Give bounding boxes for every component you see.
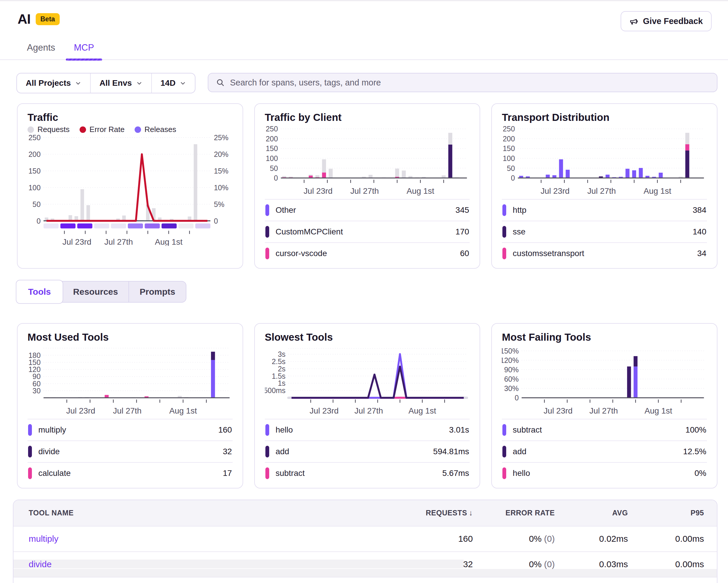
legend-label: CustomMCPClient [276, 227, 343, 236]
card-title: Transport Distribution [502, 111, 707, 123]
most-failing-legend-rows: subtract 100% add 12.5% hello 0% [502, 419, 707, 484]
legend-row[interactable]: hello 3.01s [265, 419, 470, 440]
project-filter-dropdown[interactable]: All Projects [17, 73, 91, 93]
avg-cell: 0.03ms [555, 559, 628, 569]
tab-mcp[interactable]: MCP [74, 43, 94, 59]
requests-cell: 32 [400, 559, 473, 569]
card-title: Slowest Tools [265, 331, 470, 343]
date-range-dropdown[interactable]: 14D [152, 73, 195, 93]
svg-text:15%: 15% [214, 167, 229, 175]
legend-row[interactable]: http 384 [502, 199, 707, 221]
legend-value: 12.5% [683, 447, 706, 456]
svg-text:Aug 1st: Aug 1st [169, 406, 197, 415]
svg-text:100: 100 [266, 154, 278, 162]
svg-text:Jul 27th: Jul 27th [113, 406, 141, 415]
svg-text:3s: 3s [278, 350, 285, 358]
svg-text:Aug 1st: Aug 1st [645, 406, 672, 415]
chevron-down-icon [75, 80, 81, 86]
legend-row[interactable]: customssetransport 34 [502, 242, 707, 264]
give-feedback-button[interactable]: Give Feedback [621, 11, 711, 31]
svg-text:50: 50 [507, 164, 515, 172]
legend-row[interactable]: sse 140 [502, 221, 707, 242]
svg-text:Jul 23rd: Jul 23rd [66, 406, 95, 415]
svg-text:Jul 27th: Jul 27th [590, 406, 618, 415]
col-avg[interactable]: AVG [555, 509, 628, 517]
svg-text:1s: 1s [278, 379, 285, 387]
svg-text:Jul 27th: Jul 27th [350, 186, 379, 196]
releases-dot [135, 126, 141, 133]
chevron-down-icon [180, 80, 186, 86]
transport-distribution-chart[interactable]: 050100150200250Jul 23rdJul 27thAug 1st [502, 125, 707, 197]
search-input[interactable] [230, 78, 709, 87]
svg-text:250: 250 [266, 125, 278, 133]
legend-label: calculate [38, 468, 71, 478]
svg-text:90: 90 [32, 372, 41, 380]
legend-label: hello [513, 468, 530, 478]
tab-resources[interactable]: Resources [62, 282, 129, 302]
table-row: multiply 160 0% (0) 0.02ms 0.00ms [14, 526, 717, 551]
legend-swatch [502, 467, 506, 479]
tool-name-link[interactable]: divide [29, 559, 400, 569]
legend-row[interactable]: add 594.81ms [265, 440, 470, 462]
traffic-by-client-chart[interactable]: 050100150200250Jul 23rdJul 27thAug 1st [265, 125, 470, 197]
svg-text:150: 150 [503, 144, 515, 152]
tool-name-link[interactable]: multiply [29, 534, 400, 544]
filter-group: All Projects All Envs 14D [17, 73, 196, 93]
legend-swatch [265, 467, 269, 479]
svg-text:Jul 27th: Jul 27th [104, 237, 133, 246]
card-title: Most Failing Tools [502, 331, 707, 343]
svg-text:Aug 1st: Aug 1st [407, 186, 434, 196]
error-rate-cell: 0% (0) [473, 534, 555, 544]
p95-cell: 0.00ms [628, 559, 704, 569]
svg-text:200: 200 [28, 150, 41, 158]
svg-text:Jul 23rd: Jul 23rd [310, 406, 339, 415]
legend-row[interactable]: add 12.5% [502, 440, 707, 462]
legend-swatch [502, 446, 506, 457]
most-failing-tools-chart[interactable]: 030%60%90%120%150%Jul 23rdJul 27thAug 1s… [502, 345, 707, 417]
legend-swatch [265, 226, 269, 238]
svg-text:Jul 23rd: Jul 23rd [541, 186, 570, 196]
legend-label: cursor-vscode [276, 249, 327, 258]
col-error-rate[interactable]: ERROR RATE [473, 509, 555, 517]
legend-value: 3.01s [449, 425, 469, 435]
error-rate-dot [80, 126, 86, 133]
card-title: Traffic by Client [265, 111, 470, 123]
tab-tools[interactable]: Tools [16, 280, 63, 304]
legend-swatch [502, 226, 506, 238]
svg-text:Aug 1st: Aug 1st [409, 406, 436, 415]
traffic-chart[interactable]: 05010015020025005%10%15%20%25%Jul 23rdJu… [27, 135, 233, 246]
slowest-tools-chart[interactable]: 500ms1s1.5s2s2.5s3sJul 23rdJul 27thAug 1… [265, 345, 470, 417]
tab-prompts[interactable]: Prompts [129, 282, 186, 302]
col-requests[interactable]: REQUESTS↓ [400, 508, 473, 517]
top-tabs: Agents MCP [0, 43, 728, 60]
legend-row[interactable]: multiply 160 [27, 419, 233, 440]
most-failing-tools-card: Most Failing Tools 030%60%90%120%150%Jul… [491, 323, 718, 488]
most-used-tools-chart[interactable]: 306090120150180Jul 23rdJul 27thAug 1st [27, 345, 233, 417]
p95-cell: 0.00ms [628, 534, 704, 544]
legend-row[interactable]: Other 345 [265, 199, 470, 221]
col-tool-name: TOOL NAME [29, 509, 400, 517]
legend-row[interactable]: subtract 100% [502, 419, 707, 440]
legend-row[interactable]: CustomMCPClient 170 [265, 221, 470, 242]
slowest-tools-card: Slowest Tools 500ms1s1.5s2s2.5s3sJul 23r… [254, 323, 480, 488]
legend-row[interactable]: subtract 5.67ms [265, 462, 470, 484]
svg-text:2s: 2s [278, 365, 285, 373]
legend-swatch [28, 467, 32, 479]
svg-text:150: 150 [266, 144, 278, 152]
legend-row[interactable]: divide 32 [27, 440, 233, 462]
svg-text:250: 250 [28, 135, 41, 142]
legend-row[interactable]: calculate 17 [27, 462, 233, 484]
legend-value: 384 [693, 205, 706, 215]
svg-text:Aug 1st: Aug 1st [644, 186, 672, 196]
tab-agents[interactable]: Agents [27, 43, 55, 59]
legend-row[interactable]: cursor-vscode 60 [265, 242, 470, 264]
charts-row-1: Traffic Requests Error Rate Releases 050… [0, 93, 728, 269]
most-used-tools-card: Most Used Tools 306090120150180Jul 23rdJ… [17, 323, 243, 488]
svg-text:30%: 30% [504, 384, 519, 392]
env-filter-dropdown[interactable]: All Envs [91, 73, 152, 93]
legend-value: 140 [693, 227, 706, 236]
col-p95[interactable]: P95 [628, 509, 704, 517]
svg-text:200: 200 [503, 135, 515, 143]
legend-row[interactable]: hello 0% [502, 462, 707, 484]
search-bar[interactable] [208, 73, 718, 92]
